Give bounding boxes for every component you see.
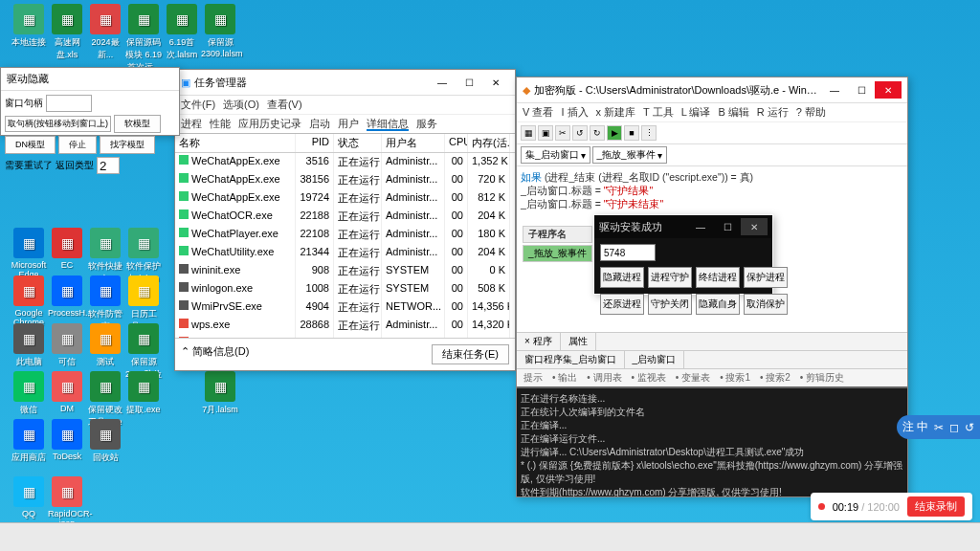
module-dropdown[interactable]: 集_启动窗口 ▾ (521, 146, 590, 164)
tool-icon[interactable]: ✂ (555, 125, 570, 141)
menu-item[interactable]: x 新建库 (596, 106, 636, 118)
output-tab[interactable]: • 搜索2 (757, 371, 793, 385)
desktop-icon[interactable]: ▦7月.lalsm (201, 371, 239, 416)
output-tab[interactable]: • 剪辑历史 (797, 371, 847, 385)
desktop-icon[interactable]: ▦可信 (48, 323, 86, 368)
desktop-icon[interactable]: ▦ToDesk (48, 419, 86, 461)
textmode-button[interactable]: 找字模型 (100, 136, 155, 154)
tab[interactable]: 进程 (181, 118, 202, 129)
popup-action-button[interactable]: 保护进程 (744, 267, 788, 288)
table-row[interactable]: WeChatAppEx.exe19724正在运行Administr...0081… (175, 189, 515, 208)
tool-icon[interactable]: ↺ (572, 125, 588, 141)
popup-action-button[interactable]: 终结进程 (696, 267, 740, 288)
ide-close-button[interactable]: ✕ (875, 81, 902, 99)
popup-action-button[interactable]: 还原进程 (600, 294, 644, 315)
table-row[interactable]: WeChatOCR.exe22188正在运行Administr...00204 … (175, 208, 515, 226)
tab[interactable]: 启动 (309, 118, 330, 129)
desktop-icon[interactable]: ▦2024最新... (86, 4, 124, 61)
ide-minimize-button[interactable]: — (821, 81, 848, 99)
desktop-icon[interactable]: ▦保留源码模块 6.19 首次远... (124, 4, 163, 74)
tool-icon[interactable]: ↻ (590, 125, 605, 141)
menu-item[interactable]: I 插入 (561, 106, 588, 118)
tool-icon[interactable]: ▣ (538, 125, 553, 141)
menu-item[interactable]: B 编辑 (718, 106, 748, 118)
table-row[interactable]: wininit.exe908正在运行SYSTEM000 K (175, 262, 515, 280)
menu-item[interactable]: T 工具 (643, 106, 674, 118)
tab[interactable]: 性能 (210, 118, 231, 129)
popup-action-button[interactable]: 进程守护 (648, 267, 692, 288)
proc-dropdown[interactable]: _拖放_猴事件 ▾ (592, 146, 667, 164)
col-status[interactable]: 状态 (334, 134, 382, 152)
menu-item[interactable]: 查看(V) (267, 99, 302, 110)
desktop-icon[interactable]: ▦Microsoft Edge (10, 228, 48, 279)
fetch-handle-button[interactable]: 取句柄(按钮移动到窗口上) (5, 116, 111, 132)
table-row[interactable]: WeChatPlayer.exe22108正在运行Administr...001… (175, 226, 515, 244)
col-pid[interactable]: PID (296, 134, 334, 152)
desktop-icon[interactable]: ▦DM (48, 371, 86, 413)
desktop-icon[interactable]: ▦6.19首次.lalsm (163, 4, 201, 61)
side-toolbar[interactable]: 注 中✂◻↺ (897, 415, 980, 439)
table-row[interactable]: winlogon.exe1008正在运行SYSTEM00508 K (175, 280, 515, 298)
desktop-icon[interactable]: ▦Google Chrome (10, 276, 48, 327)
output-tab[interactable]: • 变量表 (673, 371, 713, 385)
stop-button[interactable]: 停止 (58, 136, 97, 154)
tab[interactable]: 应用历史记录 (238, 118, 301, 129)
output-tab[interactable]: • 监视表 (629, 371, 669, 385)
popup-action-button[interactable]: 隐藏进程 (600, 267, 644, 288)
desktop-icon[interactable]: ▦微信 (10, 371, 48, 416)
dnmode-button[interactable]: DN模型 (5, 136, 56, 154)
menu-item[interactable]: L 编译 (681, 106, 711, 118)
tab[interactable]: 属性 (561, 333, 596, 350)
table-row[interactable]: WeChatUtility.exe21344正在运行Administr...00… (175, 244, 515, 262)
menu-item[interactable]: R 运行 (757, 106, 789, 118)
desktop-icon[interactable]: ▦提取.exe (124, 371, 163, 416)
desktop-icon[interactable]: ▦回收站 (86, 419, 124, 464)
col-mem[interactable]: 内存(活... (468, 134, 510, 152)
tab[interactable]: 详细信息 (367, 118, 409, 131)
menu-item[interactable]: 文件(F) (181, 99, 215, 110)
run-icon[interactable]: ▶ (607, 125, 622, 141)
popup-close-button[interactable]: ✕ (741, 218, 768, 235)
ide-maximize-button[interactable]: ☐ (848, 81, 875, 99)
menu-item[interactable]: ? 帮助 (796, 106, 826, 118)
desktop-icon[interactable]: ▦保留源2309.lalsm (201, 4, 239, 58)
popup-action-button[interactable]: 守护关闭 (648, 294, 692, 315)
pid-input[interactable] (600, 244, 656, 261)
popup-maximize-button[interactable]: ☐ (714, 218, 741, 235)
desktop-icon[interactable]: ▦ProcessH... (48, 276, 86, 318)
output-tab[interactable]: • 调用表 (584, 371, 624, 385)
end-task-button[interactable]: 结束任务(E) (432, 344, 509, 364)
desktop-icon[interactable]: ▦高速网盘.xls (48, 4, 86, 61)
desktop-icon[interactable]: ▦EC (48, 228, 86, 270)
desktop-icon[interactable]: ▦QQ (10, 476, 48, 518)
minimize-button[interactable]: — (429, 74, 456, 91)
table-row[interactable]: WmiPrvSE.exe4904正在运行NETWOR...0014,356 K (175, 298, 515, 317)
tool-icon[interactable]: ■ (624, 125, 639, 141)
maximize-button[interactable]: ☐ (456, 74, 482, 91)
desktop-icon[interactable]: ▦本地连接 (10, 4, 48, 49)
menu-item[interactable]: 选项(O) (223, 99, 259, 110)
menu-item[interactable]: V 查看 (523, 106, 553, 118)
tab[interactable]: 用户 (338, 118, 359, 129)
tab[interactable]: × 程序 (517, 333, 561, 350)
table-row[interactable]: WeChatAppEx.exe3516正在运行Administr...001,3… (175, 153, 515, 171)
output-tab[interactable]: 提示 (521, 371, 546, 385)
desktop-icon[interactable]: ▦RapidOCR-json (48, 476, 86, 528)
tab[interactable]: 服务 (416, 118, 437, 129)
popup-minimize-button[interactable]: — (687, 218, 714, 235)
col-cpu[interactable]: CPU (445, 134, 468, 152)
col-name[interactable]: 名称 (175, 134, 296, 152)
popup-action-button[interactable]: 取消保护 (744, 294, 788, 315)
tab[interactable]: _启动窗口 (625, 351, 685, 368)
desktop-icon[interactable]: ▦此电脑 (10, 323, 48, 368)
popup-action-button[interactable]: 隐藏自身 (696, 294, 740, 315)
desktop-icon[interactable]: ▦应用商店 (10, 419, 48, 464)
fewer-details-button[interactable]: ⌃ 简略信息(D) (181, 344, 249, 364)
stop-record-button[interactable]: 结束录制 (907, 496, 965, 517)
rettype-input[interactable] (97, 157, 120, 174)
tool-icon[interactable]: ▦ (521, 125, 536, 141)
output-tab[interactable]: • 搜索1 (717, 371, 753, 385)
softmode-button[interactable]: 软模型 (114, 115, 161, 133)
tab[interactable]: 窗口程序集_启动窗口 (517, 351, 625, 368)
output-tab[interactable]: • 输出 (549, 371, 580, 385)
